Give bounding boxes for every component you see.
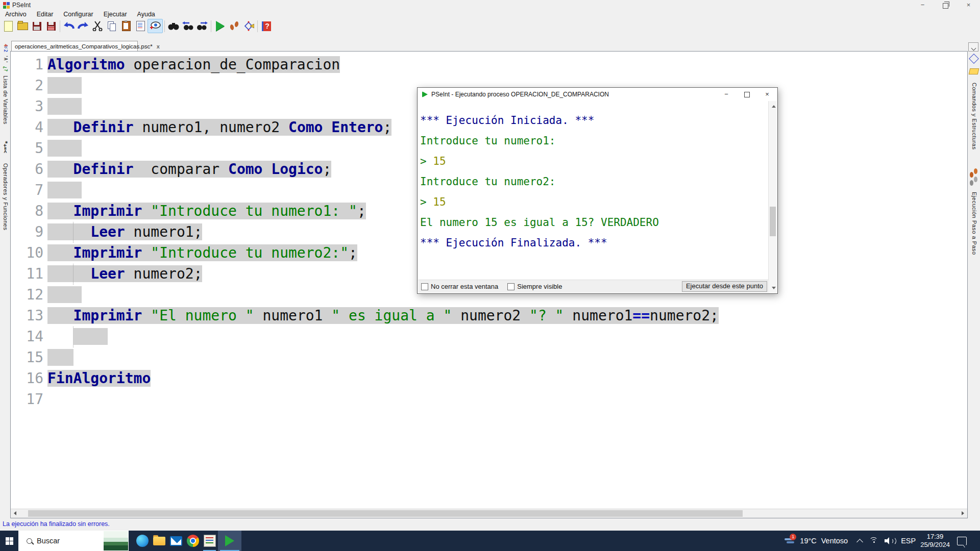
paste-icon bbox=[122, 21, 131, 31]
console-line: *** Ejecución Iniciada. *** bbox=[420, 110, 769, 131]
taskbar-app-chrome[interactable] bbox=[184, 531, 201, 551]
menu-ayuda[interactable]: Ayuda bbox=[132, 10, 160, 19]
console-minimize-button[interactable]: − bbox=[716, 88, 737, 101]
clock[interactable]: 17:39 25/9/2024 bbox=[920, 533, 950, 549]
console-vertical-scrollbar[interactable] bbox=[768, 101, 777, 293]
find-button[interactable] bbox=[166, 19, 181, 33]
console-close-button[interactable]: × bbox=[757, 88, 777, 101]
console-line: Introduce tu numero2: bbox=[420, 171, 769, 192]
run-icon bbox=[216, 21, 225, 31]
console-maximize-button[interactable] bbox=[737, 88, 757, 101]
menu-configurar[interactable]: Configurar bbox=[58, 10, 98, 19]
console-line: > 15 bbox=[420, 151, 769, 171]
scroll-down-button[interactable] bbox=[769, 284, 778, 292]
menu-ejecutar[interactable]: Ejecutar bbox=[99, 10, 132, 19]
variables-icon-glyph: 4 bbox=[3, 44, 8, 46]
step-run-button[interactable] bbox=[227, 19, 241, 33]
paste-button[interactable] bbox=[119, 19, 133, 33]
save-button[interactable] bbox=[30, 19, 44, 33]
no-close-checkbox[interactable] bbox=[421, 283, 428, 290]
wifi-icon[interactable] bbox=[869, 537, 878, 544]
console-output: *** Ejecución Iniciada. ***Introduce tu … bbox=[418, 101, 769, 280]
status-message: La ejecución ha finalizado sin errores. bbox=[3, 520, 110, 528]
help-button[interactable]: ? bbox=[259, 19, 274, 33]
syntax-highlight-button[interactable] bbox=[148, 19, 163, 33]
open-folder-icon bbox=[17, 22, 28, 30]
minimize-button[interactable]: − bbox=[911, 0, 934, 10]
run-button[interactable] bbox=[213, 19, 227, 33]
close-icon: × bbox=[765, 90, 769, 98]
close-button[interactable]: × bbox=[957, 0, 980, 10]
play-icon bbox=[422, 91, 428, 97]
taskbar-app-edge[interactable] bbox=[134, 531, 151, 551]
always-visible-label: Siempre visible bbox=[517, 283, 562, 290]
line-number: 2 bbox=[12, 75, 43, 96]
weather-temperature[interactable]: 19°C bbox=[800, 537, 816, 545]
taskbar-app-mail[interactable] bbox=[167, 531, 184, 551]
language-indicator[interactable]: ESP bbox=[901, 537, 916, 545]
line-number: 7 bbox=[12, 180, 43, 201]
line-number: 16 bbox=[12, 368, 43, 389]
taskbar-app-pseint-run[interactable] bbox=[218, 531, 241, 551]
selected-code-text: FinAlgoritmo bbox=[47, 370, 151, 387]
scrollbar-thumb[interactable] bbox=[28, 510, 743, 517]
line-number: 1 bbox=[12, 54, 43, 75]
action-center-icon[interactable] bbox=[957, 537, 967, 545]
menu-archivo[interactable]: Archivo bbox=[0, 10, 32, 19]
new-file-button[interactable] bbox=[1, 19, 15, 33]
sidebar-tab-comandos-y-estructuras[interactable]: Comandos y Estructuras bbox=[971, 83, 977, 149]
line-number: 11 bbox=[12, 263, 43, 284]
tab-filename: operaciones_aritmeticas_Comparativos_log… bbox=[15, 43, 153, 49]
open-file-button[interactable] bbox=[15, 19, 30, 33]
cut-icon bbox=[92, 21, 103, 31]
sidebar-tab-lista-de-variables[interactable]: Lista de Variables bbox=[3, 76, 9, 124]
sidebar-tab-ejecucion-paso-a-paso[interactable]: Ejecución Paso a Paso bbox=[971, 192, 977, 255]
widgets-weather-icon[interactable] bbox=[104, 531, 128, 550]
flowchart-button[interactable] bbox=[241, 19, 256, 33]
find-previous-button[interactable] bbox=[181, 19, 195, 33]
chrome-icon bbox=[187, 535, 199, 547]
restore-button[interactable] bbox=[934, 0, 957, 10]
console-line: Introduce tu numero1: bbox=[420, 131, 769, 151]
tray-chevron-up-icon[interactable] bbox=[856, 539, 863, 545]
copy-button[interactable] bbox=[105, 19, 119, 33]
code-line: 1Algoritmo operacion_de_Comparacion bbox=[12, 54, 965, 75]
save-all-button[interactable] bbox=[44, 19, 58, 33]
menu-editar[interactable]: Editar bbox=[32, 10, 59, 19]
undo-button[interactable] bbox=[62, 19, 76, 33]
weather-wind-icon[interactable]: 1 bbox=[785, 537, 796, 544]
redo-button[interactable] bbox=[76, 19, 90, 33]
start-button[interactable] bbox=[0, 531, 18, 551]
weather-condition[interactable]: Ventoso bbox=[821, 537, 848, 545]
save-icon bbox=[33, 22, 41, 31]
volume-icon[interactable] bbox=[885, 537, 895, 544]
sidebar-tab-operadores-y-funciones[interactable]: Operadores y Funciones bbox=[3, 163, 9, 230]
selected-code-text: Definir numero1, numero2 Como Entero; bbox=[47, 119, 391, 136]
indent-button[interactable] bbox=[133, 19, 148, 33]
run-from-here-button[interactable]: Ejecutar desde este punto bbox=[682, 281, 767, 292]
tab-close-icon[interactable]: x bbox=[157, 43, 160, 49]
notification-badge: 1 bbox=[790, 534, 796, 540]
indent-guide bbox=[73, 327, 74, 347]
taskbar-app-file-explorer[interactable] bbox=[151, 531, 167, 551]
tab-active[interactable]: operaciones_aritmeticas_Comparativos_log… bbox=[11, 41, 138, 51]
line-number: 17 bbox=[12, 389, 43, 410]
scroll-left-button[interactable] bbox=[11, 509, 19, 517]
taskbar-app-pseint[interactable] bbox=[201, 531, 218, 551]
horizontal-scrollbar[interactable] bbox=[11, 509, 967, 518]
scroll-up-button[interactable] bbox=[769, 102, 778, 110]
toolbar-separator bbox=[257, 20, 258, 32]
find-next-button[interactable] bbox=[195, 19, 209, 33]
scrollbar-thumb[interactable] bbox=[770, 207, 776, 236]
line-number: 9 bbox=[12, 221, 43, 242]
always-visible-checkbox[interactable] bbox=[507, 283, 514, 290]
restore-icon bbox=[943, 3, 948, 9]
scroll-right-button[interactable] bbox=[959, 509, 967, 517]
console-line: El numero 15 es igual a 15? VERDADERO bbox=[420, 212, 769, 233]
selected-code-text: Leer numero2; bbox=[47, 265, 202, 282]
close-icon: × bbox=[967, 1, 971, 9]
console-window: PSeInt - Ejecutando proceso OPERACION_DE… bbox=[417, 87, 778, 294]
toolbar-separator bbox=[164, 20, 165, 32]
cut-button[interactable] bbox=[90, 19, 105, 33]
taskbar-search[interactable]: Buscar bbox=[18, 531, 129, 551]
